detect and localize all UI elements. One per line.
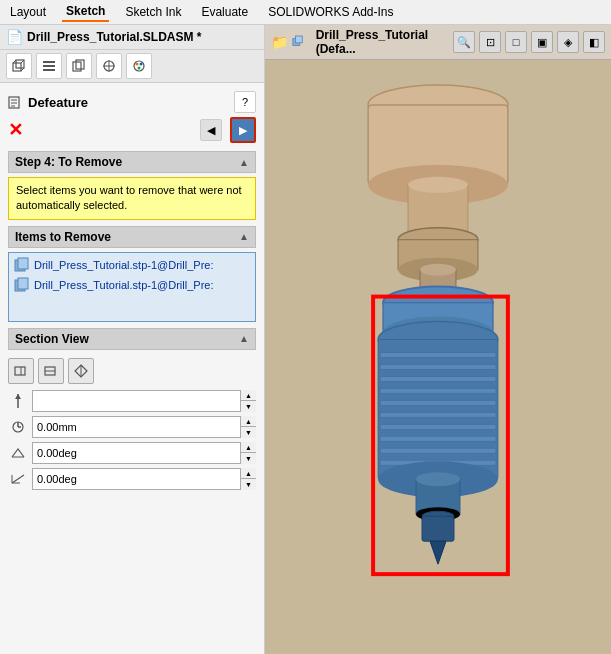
step4-label: Step 4: To Remove [15, 155, 122, 169]
svg-rect-5 [43, 61, 55, 63]
sv-toolbar [8, 358, 256, 384]
toolbar-cube-btn[interactable] [6, 53, 32, 79]
distance-mm-input[interactable] [32, 416, 256, 438]
view4-icon[interactable]: ◧ [583, 31, 605, 53]
model-cube-icon [292, 34, 306, 50]
svg-point-14 [136, 63, 139, 66]
svg-rect-65 [380, 448, 496, 453]
svg-rect-57 [380, 353, 496, 358]
distance-row: ▲ ▼ [8, 390, 256, 412]
defeature-header: Defeature ? [8, 87, 256, 117]
list-item: Drill_Press_Tutorial.stp-1@Drill_Pre: [12, 276, 252, 294]
toolbar-list-btn[interactable] [36, 53, 62, 79]
distance-mm-spin-down[interactable]: ▼ [241, 427, 256, 438]
angle2-spin-down[interactable]: ▼ [241, 479, 256, 490]
svg-rect-63 [380, 424, 496, 429]
angle1-input[interactable] [32, 442, 256, 464]
svg-rect-72 [422, 516, 454, 541]
menu-evaluate[interactable]: Evaluate [197, 3, 252, 21]
menu-sketch-ink[interactable]: Sketch Ink [121, 3, 185, 21]
file-icon: 📄 [6, 29, 23, 45]
svg-rect-59 [380, 376, 496, 381]
step4-warning: Select items you want to remove that wer… [8, 177, 256, 220]
distance-mm-spin-up[interactable]: ▲ [241, 416, 256, 428]
defeature-icon [8, 94, 24, 110]
menu-bar: Layout Sketch Sketch Ink Evaluate SOLIDW… [0, 0, 611, 25]
svg-point-15 [140, 63, 143, 66]
angle1-spin-up[interactable]: ▲ [241, 442, 256, 454]
menu-addins[interactable]: SOLIDWORKS Add-Ins [264, 3, 397, 21]
angle1-icon [8, 443, 28, 463]
machine-3d-view [265, 55, 611, 654]
close-x-btn[interactable]: ✕ [8, 119, 23, 141]
file-title-bar: 📄 Drill_Press_Tutorial.SLDASM * [0, 25, 264, 50]
svg-rect-22 [18, 258, 28, 269]
distance-spin-up[interactable]: ▲ [241, 390, 256, 402]
distance-mm-row: ▲ ▼ [8, 416, 256, 438]
help-btn[interactable]: ? [234, 91, 256, 113]
svg-rect-56 [378, 340, 498, 480]
section-view-section: Section View ▲ [8, 328, 256, 498]
angle1-spin-down[interactable]: ▼ [241, 453, 256, 464]
items-to-remove-chevron: ▲ [239, 231, 249, 242]
toolbar-crosshair-btn[interactable] [96, 53, 122, 79]
menu-layout[interactable]: Layout [6, 3, 50, 21]
main-area: 📄 Drill_Press_Tutorial.SLDASM * [0, 25, 611, 654]
zoom-icon[interactable]: 🔍 [453, 31, 475, 53]
sv-plane1-btn[interactable] [8, 358, 34, 384]
angle2-spin: ▲ ▼ [240, 468, 256, 490]
list-item-text-2: Drill_Press_Tutorial.stp-1@Drill_Pre: [34, 279, 213, 291]
section-view-header[interactable]: Section View ▲ [8, 328, 256, 350]
distance-input[interactable] [32, 390, 256, 412]
svg-point-69 [416, 472, 460, 486]
svg-rect-64 [380, 436, 496, 441]
toolbar-palette-btn[interactable] [126, 53, 152, 79]
step4-header[interactable]: Step 4: To Remove ▲ [8, 151, 256, 173]
section-view-chevron: ▲ [239, 333, 249, 344]
list-item: Drill_Press_Tutorial.stp-1@Drill_Pre: [12, 256, 252, 274]
sv-plane3-btn[interactable] [68, 358, 94, 384]
panel-toolbar [0, 50, 264, 83]
model-folder-icon: 📁 [271, 34, 288, 50]
angle2-icon [8, 469, 28, 489]
back-btn[interactable]: ◀ [200, 119, 222, 141]
items-to-remove-header[interactable]: Items to Remove ▲ [8, 226, 256, 248]
forward-btn[interactable]: ▶ [230, 117, 256, 143]
defeature-title: Defeature [8, 94, 88, 110]
svg-rect-24 [18, 278, 28, 289]
angle2-input[interactable] [32, 468, 256, 490]
svg-point-50 [420, 264, 456, 276]
distance-spin: ▲ ▼ [240, 390, 256, 412]
distance-icon [8, 391, 28, 411]
angle1-row: ▲ ▼ [8, 442, 256, 464]
component-icon-2 [14, 277, 30, 293]
toolbar-copy-btn[interactable] [66, 53, 92, 79]
svg-rect-60 [380, 388, 496, 393]
angle1-spin: ▲ ▼ [240, 442, 256, 464]
menu-sketch[interactable]: Sketch [62, 2, 109, 22]
distance-mm-wrap: ▲ ▼ [32, 416, 256, 438]
svg-rect-7 [43, 69, 55, 71]
view3-icon[interactable]: ◈ [557, 31, 579, 53]
distance-spin-down[interactable]: ▼ [241, 401, 256, 412]
file-title: Drill_Press_Tutorial.SLDASM * [27, 30, 202, 44]
defeature-label: Defeature [28, 95, 88, 110]
right-toolbar-icons: 🔍 ⊡ □ ▣ ◈ ◧ [453, 31, 605, 53]
section-view-label: Section View [15, 332, 89, 346]
items-list[interactable]: Drill_Press_Tutorial.stp-1@Drill_Pre: Dr… [8, 252, 256, 322]
fit-icon[interactable]: ⊡ [479, 31, 501, 53]
svg-rect-6 [43, 65, 55, 67]
sv-plane2-btn[interactable] [38, 358, 64, 384]
svg-rect-38 [295, 36, 302, 43]
right-panel: 📁 Drill_Press_Tutorial (Defa... 🔍 ⊡ □ ▣ … [265, 25, 611, 654]
angle2-spin-up[interactable]: ▲ [241, 468, 256, 480]
step4-section: Step 4: To Remove ▲ Select items you wan… [8, 151, 256, 220]
feature-panel: Defeature ? ✕ ◀ ▶ [0, 83, 264, 654]
angle1-wrap: ▲ ▼ [32, 442, 256, 464]
items-to-remove-section: Items to Remove ▲ Drill_Press_Tutorial.s… [8, 226, 256, 322]
svg-point-16 [138, 67, 141, 70]
view1-icon[interactable]: □ [505, 31, 527, 53]
svg-rect-9 [76, 60, 84, 69]
section-view-content: ▲ ▼ [8, 354, 256, 498]
view2-icon[interactable]: ▣ [531, 31, 553, 53]
